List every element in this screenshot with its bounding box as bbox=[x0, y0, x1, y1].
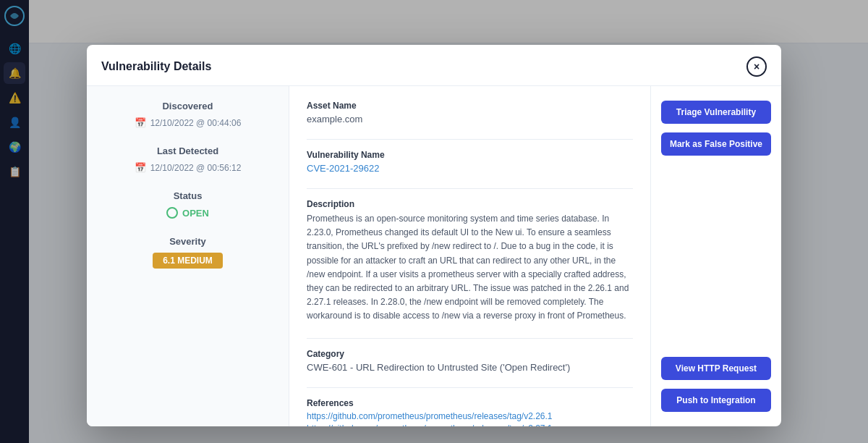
status-section: Status OPEN bbox=[98, 190, 277, 219]
right-panel: Triage Vulnerability Mark as False Posit… bbox=[651, 86, 781, 426]
category-value: CWE-601 - URL Redirection to Untrusted S… bbox=[307, 362, 633, 373]
center-panel: Asset Name example.com Vulnerability Nam… bbox=[289, 86, 651, 426]
divider-4 bbox=[307, 387, 633, 388]
asset-name-section: Asset Name example.com bbox=[307, 101, 633, 125]
last-detected-value: 📅 12/10/2022 @ 00:56:12 bbox=[135, 162, 242, 173]
references-list: https://github.com/prometheus/prometheus… bbox=[307, 411, 633, 427]
reference-link[interactable]: https://github.com/prometheus/prometheus… bbox=[307, 423, 633, 427]
divider-3 bbox=[307, 338, 633, 339]
asset-name-label: Asset Name bbox=[307, 101, 633, 111]
vulnerability-details-modal: Vulnerability Details × Discovered 📅 12/… bbox=[87, 45, 781, 426]
last-detected-label: Last Detected bbox=[157, 145, 218, 156]
modal-body: Discovered 📅 12/10/2022 @ 00:44:06 Last … bbox=[87, 86, 781, 426]
push-to-integration-button[interactable]: Push to Integration bbox=[661, 389, 771, 412]
vuln-name-value: CVE-2021-29622 bbox=[307, 163, 633, 174]
modal-title: Vulnerability Details bbox=[101, 60, 211, 73]
asset-name-value: example.com bbox=[307, 114, 633, 125]
right-panel-spacer bbox=[661, 164, 771, 348]
severity-label: Severity bbox=[169, 236, 206, 247]
view-http-request-button[interactable]: View HTTP Request bbox=[661, 357, 771, 380]
category-label: Category bbox=[307, 349, 633, 359]
severity-section: Severity 6.1 MEDIUM bbox=[98, 236, 277, 269]
discovered-section: Discovered 📅 12/10/2022 @ 00:44:06 bbox=[98, 101, 277, 128]
references-section: References https://github.com/prometheus… bbox=[307, 398, 633, 427]
references-label: References bbox=[307, 398, 633, 408]
status-circle-icon bbox=[166, 207, 178, 219]
category-section: Category CWE-601 - URL Redirection to Un… bbox=[307, 349, 633, 373]
description-text: Prometheus is an open-source monitoring … bbox=[307, 212, 633, 324]
description-label: Description bbox=[307, 199, 633, 209]
vuln-name-section: Vulnerability Name CVE-2021-29622 bbox=[307, 150, 633, 174]
discovered-label: Discovered bbox=[162, 101, 213, 111]
modal-close-button[interactable]: × bbox=[746, 56, 767, 77]
divider-1 bbox=[307, 139, 633, 140]
status-label: Status bbox=[174, 190, 203, 201]
discovered-value: 📅 12/10/2022 @ 00:44:06 bbox=[135, 117, 242, 128]
left-panel: Discovered 📅 12/10/2022 @ 00:44:06 Last … bbox=[87, 86, 289, 426]
status-value: OPEN bbox=[182, 208, 209, 219]
vuln-name-label: Vulnerability Name bbox=[307, 150, 633, 160]
severity-badge: 6.1 MEDIUM bbox=[153, 253, 223, 269]
triage-vulnerability-button[interactable]: Triage Vulnerability bbox=[661, 101, 771, 124]
status-badge: OPEN bbox=[166, 207, 209, 219]
reference-link[interactable]: https://github.com/prometheus/prometheus… bbox=[307, 411, 633, 421]
mark-false-positive-button[interactable]: Mark as False Positive bbox=[661, 132, 771, 156]
calendar-icon-2: 📅 bbox=[135, 162, 146, 173]
last-detected-section: Last Detected 📅 12/10/2022 @ 00:56:12 bbox=[98, 145, 277, 173]
description-section: Description Prometheus is an open-source… bbox=[307, 199, 633, 324]
calendar-icon: 📅 bbox=[135, 117, 146, 128]
divider-2 bbox=[307, 188, 633, 189]
modal-header: Vulnerability Details × bbox=[87, 45, 781, 86]
